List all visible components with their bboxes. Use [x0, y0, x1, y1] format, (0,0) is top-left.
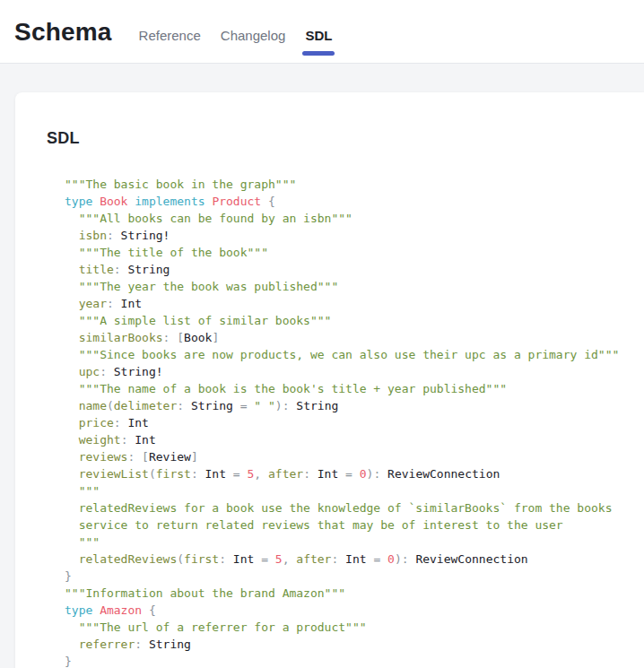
- code-token-d: """The name of a book is the book's titl…: [65, 382, 507, 395]
- code-token-p: ]: [191, 450, 198, 464]
- code-token-t: Int: [121, 416, 149, 429]
- code-token-d: """: [65, 484, 100, 498]
- code-token-d: """The year the book was published""": [65, 280, 338, 293]
- code-token-p: :: [100, 365, 107, 378]
- code-token-f: isbn: [65, 229, 107, 242]
- code-token-f: first: [184, 552, 219, 566]
- code-token-f: price: [65, 416, 114, 429]
- code-token-t: String: [184, 399, 233, 412]
- code-token-p: (: [107, 399, 114, 412]
- code-token-t: Int: [226, 552, 254, 566]
- code-token-t: ReviewConnection: [380, 467, 500, 481]
- tab-sdl[interactable]: SDL: [305, 28, 332, 44]
- code-line: upc: String!: [65, 363, 626, 380]
- code-token-f: first: [156, 467, 191, 481]
- sdl-code: """The basic book in the graph"""type Bo…: [65, 176, 626, 668]
- code-token-t: ReviewConnection: [409, 552, 528, 566]
- code-line: year: Int: [65, 295, 626, 312]
- code-token-t: Int: [338, 552, 366, 566]
- code-token-f: reviewList: [65, 467, 149, 481]
- tab-changelog[interactable]: Changelog: [221, 28, 286, 44]
- code-token-t: Book: [184, 331, 212, 344]
- code-token-p: :: [219, 552, 226, 566]
- code-token-f: delimeter: [114, 399, 177, 412]
- code-token-d: relatedReviews for a book use the knowle…: [65, 501, 612, 515]
- tab-reference[interactable]: Reference: [139, 28, 201, 44]
- code-token-p: :: [107, 229, 114, 242]
- code-line: service to return related reviews that m…: [65, 516, 626, 534]
- code-line: """Information about the brand Amazon""": [65, 585, 626, 602]
- code-token-p: {: [149, 603, 156, 617]
- code-token-d: """The url of a referrer for a product""…: [65, 620, 367, 634]
- code-token-p: =: [367, 552, 381, 566]
- code-token-f: reviews: [65, 450, 127, 464]
- sdl-card: SDL """The basic book in the graph"""typ…: [15, 92, 644, 668]
- tab-sdl-label: SDL: [305, 28, 332, 43]
- code-token-p: {: [268, 195, 275, 208]
- code-token-f: year: [65, 297, 107, 310]
- code-line: }: [65, 568, 626, 585]
- code-line: title: String: [65, 261, 626, 278]
- code-token-p: :: [303, 467, 310, 481]
- code-token-f: upc: [65, 365, 100, 378]
- code-token-t: String!: [114, 229, 170, 242]
- code-token-p: ):: [275, 399, 290, 412]
- code-token-d: """A simple list of similar books""": [65, 314, 331, 327]
- code-line: """: [65, 534, 626, 551]
- code-token-d: """Information about the brand Amazon""": [65, 586, 345, 600]
- code-token-p: }: [65, 655, 72, 668]
- code-token-p: ):: [395, 552, 409, 566]
- active-tab-indicator: [302, 51, 335, 56]
- tab-bar: Reference Changelog SDL: [139, 28, 333, 44]
- code-token-t: String: [142, 638, 191, 651]
- code-token-p: }: [65, 569, 72, 583]
- code-line: reviewList(first: Int = 5, after: Int = …: [65, 465, 626, 482]
- code-token-n: 5: [240, 467, 255, 481]
- page-title: Schema: [14, 0, 112, 47]
- code-token-d: " ": [248, 399, 275, 412]
- code-token-t: Int: [114, 297, 142, 310]
- code-line: weight: Int: [65, 431, 626, 448]
- code-line: """The year the book was published""": [65, 278, 626, 295]
- code-token-f: similarBooks: [65, 331, 163, 344]
- code-token-f: weight: [65, 433, 121, 447]
- code-token-f: relatedReviews: [65, 552, 177, 566]
- code-token-f: referrer: [65, 638, 135, 651]
- code-line: """A simple list of similar books""": [65, 312, 626, 329]
- code-line: type Amazon {: [65, 602, 626, 619]
- code-token-t: Review: [149, 450, 191, 464]
- code-line: """The url of a referrer for a product""…: [65, 619, 626, 636]
- code-token-p: : [: [163, 331, 184, 344]
- code-token-k: type: [65, 603, 100, 617]
- code-token-t: String!: [107, 365, 163, 378]
- code-line: type Book implements Product {: [65, 193, 626, 210]
- code-token-p: :: [135, 638, 142, 651]
- code-token-k: implements: [135, 195, 212, 208]
- code-token-p: ):: [367, 467, 381, 481]
- code-token-c: Product: [212, 195, 268, 208]
- code-line: }: [65, 653, 626, 668]
- sdl-heading: SDL: [47, 128, 626, 148]
- code-line: reviews: [Review]: [65, 448, 626, 465]
- code-token-p: =: [226, 467, 240, 481]
- code-token-n: 0: [352, 467, 367, 481]
- code-token-d: """: [65, 535, 100, 549]
- code-token-t: Int: [198, 467, 226, 481]
- code-token-p: (: [149, 467, 156, 481]
- code-token-f: after: [289, 552, 331, 566]
- code-token-t: Int: [127, 433, 155, 447]
- code-token-n: 0: [380, 552, 395, 566]
- code-line: referrer: String: [65, 636, 626, 653]
- code-token-d: """The basic book in the graph""": [65, 178, 296, 191]
- code-token-p: :: [177, 399, 184, 412]
- code-token-f: after: [261, 467, 303, 481]
- code-token-p: :: [191, 467, 198, 481]
- code-line: similarBooks: [Book]: [65, 329, 626, 346]
- code-token-p: =: [233, 399, 248, 412]
- code-token-n: 5: [268, 552, 283, 566]
- code-token-p: :: [107, 297, 114, 310]
- code-line: relatedReviews for a book use the knowle…: [65, 499, 626, 516]
- code-token-p: ]: [212, 331, 219, 344]
- code-line: """The title of the book""": [65, 244, 626, 261]
- code-token-d: """Since books are now products, we can …: [65, 348, 619, 361]
